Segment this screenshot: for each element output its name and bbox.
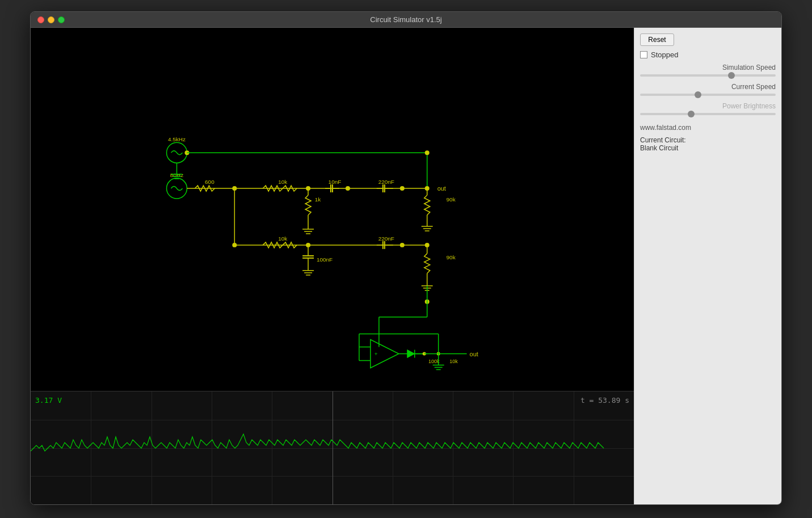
svg-text:10k: 10k [449,359,458,364]
svg-rect-0 [31,28,634,391]
scope-area: 3.17 V t = 53.89 s [31,391,634,504]
power-brightness-track[interactable] [640,113,776,115]
simulation-speed-track[interactable] [640,74,776,77]
svg-point-46 [232,243,237,247]
svg-text:10nF: 10nF [329,179,342,185]
svg-point-48 [400,243,405,247]
current-circuit-value: Blank Circuit [640,144,678,152]
svg-text:out: out [437,185,446,192]
website-link[interactable]: www.falstad.com [640,124,776,132]
current-circuit-section: Current Circuit: Blank Circuit [640,136,776,152]
titlebar: Circuit Simulator v1.5j [31,12,781,28]
svg-text:220nF: 220nF [378,235,394,242]
scope-waveform [31,391,634,504]
simulation-speed-label: Simulation Speed [640,64,776,71]
svg-point-6 [425,150,430,155]
stopped-label: Stopped [651,50,678,59]
current-speed-thumb[interactable] [695,91,701,98]
current-speed-label: Current Speed [640,83,776,91]
svg-text:600: 600 [205,179,214,185]
current-circuit-label: Current Circuit: [640,136,686,144]
circuit-svg: 4.5kHz 80Hz [31,28,634,391]
simulation-speed-section: Simulation Speed [640,64,776,78]
stopped-checkbox[interactable] [640,51,647,58]
stopped-row: Stopped [640,50,776,59]
reset-button[interactable]: Reset [640,33,674,46]
svg-text:100nF: 100nF [317,256,333,263]
power-brightness-label: Power Brightness [640,102,776,110]
svg-point-16 [346,186,350,191]
close-button[interactable] [37,16,44,23]
circuit-area[interactable]: 4.5kHz 80Hz [31,28,634,504]
power-brightness-section: Power Brightness [640,102,776,117]
svg-text:4.5kHz: 4.5kHz [168,136,186,142]
svg-text:220nF: 220nF [378,179,394,185]
main-window: Circuit Simulator v1.5j 4.5kHz [30,11,782,505]
window-title: Circuit Simulator v1.5j [370,15,441,24]
simulation-speed-thumb[interactable] [728,72,735,79]
minimize-button[interactable] [48,16,54,23]
current-speed-section: Current Speed [640,83,776,98]
current-speed-track[interactable] [640,94,776,96]
svg-text:1k: 1k [315,196,321,203]
svg-text:90k: 90k [447,254,456,260]
power-brightness-thumb[interactable] [688,111,695,117]
svg-text:+: + [375,351,378,357]
svg-text:10k: 10k [278,179,287,185]
traffic-lights [37,16,65,23]
svg-text:out: out [470,351,478,357]
svg-point-17 [400,186,405,191]
sidebar: Reset Stopped Simulation Speed Current S… [634,28,781,504]
main-content: 4.5kHz 80Hz [31,28,781,504]
maximize-button[interactable] [58,16,65,23]
svg-text:90k: 90k [447,196,456,203]
svg-text:10k: 10k [278,235,287,242]
